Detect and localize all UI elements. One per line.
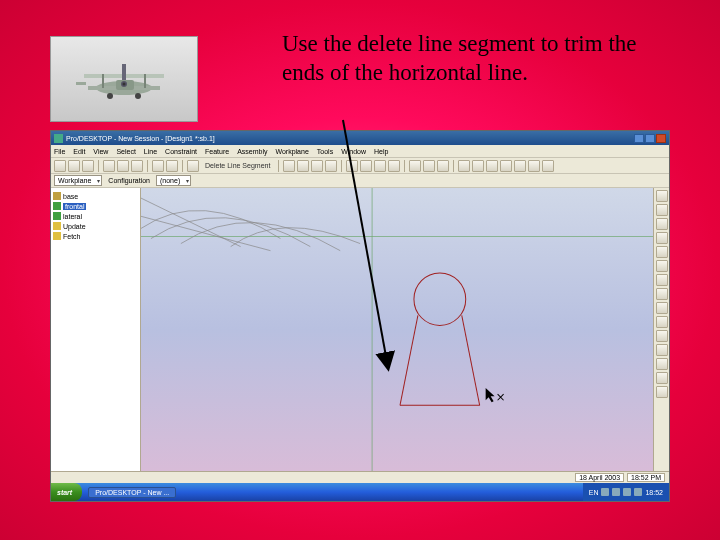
tool-paste[interactable] [131, 160, 143, 172]
tray-icon-2[interactable] [612, 488, 620, 496]
tool-label: Delete Line Segment [205, 162, 270, 169]
slide: Use the delete line segment to trim the … [0, 0, 720, 540]
rtool-4[interactable] [656, 232, 668, 244]
menu-workplane[interactable]: Workplane [275, 148, 308, 155]
tray-lang[interactable]: EN [589, 489, 599, 496]
rtool-14[interactable] [656, 372, 668, 384]
window-controls [634, 134, 666, 143]
right-toolbar [653, 188, 669, 471]
rtool-5[interactable] [656, 246, 668, 258]
menu-help[interactable]: Help [374, 148, 388, 155]
tool-new[interactable] [54, 160, 66, 172]
tool-b6[interactable] [360, 160, 372, 172]
tray-clock: 18:52 [645, 489, 663, 496]
tray-icon-3[interactable] [623, 488, 631, 496]
tool-save[interactable] [82, 160, 94, 172]
tree-node-frontal[interactable]: frontal [53, 201, 138, 211]
system-tray: EN 18:52 [583, 483, 669, 501]
start-button[interactable]: start [51, 483, 82, 501]
cursor-icon [486, 388, 504, 402]
tool-b5[interactable] [346, 160, 358, 172]
tool-b3[interactable] [311, 160, 323, 172]
tool-b1[interactable] [283, 160, 295, 172]
tool-b11[interactable] [437, 160, 449, 172]
tree-node-fetch[interactable]: Fetch [53, 231, 138, 241]
tool-b8[interactable] [388, 160, 400, 172]
tool-b2[interactable] [297, 160, 309, 172]
model-tree: base frontal lateral Update Fetch [51, 188, 141, 471]
tool-b14[interactable] [486, 160, 498, 172]
tool-b4[interactable] [325, 160, 337, 172]
close-button[interactable] [656, 134, 666, 143]
rtool-15[interactable] [656, 386, 668, 398]
menu-line[interactable]: Line [144, 148, 157, 155]
statusbar: 18 April 2003 18:52 PM [51, 471, 669, 483]
tool-undo[interactable] [152, 160, 164, 172]
workarea: base frontal lateral Update Fetch [51, 188, 669, 471]
tray-icon-4[interactable] [634, 488, 642, 496]
rtool-7[interactable] [656, 274, 668, 286]
svg-rect-7 [122, 64, 126, 80]
svg-point-11 [135, 93, 141, 99]
config-label: Configuration [108, 177, 150, 184]
menu-edit[interactable]: Edit [73, 148, 85, 155]
status-time: 18:52 PM [627, 473, 665, 482]
tool-open[interactable] [68, 160, 80, 172]
menu-assembly[interactable]: Assembly [237, 148, 267, 155]
rtool-6[interactable] [656, 260, 668, 272]
rtool-3[interactable] [656, 218, 668, 230]
rtool-10[interactable] [656, 316, 668, 328]
biplane-image [50, 36, 198, 122]
tree-node-base[interactable]: base [53, 191, 138, 201]
tool-b12[interactable] [458, 160, 470, 172]
svg-point-10 [107, 93, 113, 99]
menu-tools[interactable]: Tools [317, 148, 333, 155]
rtool-2[interactable] [656, 204, 668, 216]
menu-window[interactable]: Window [341, 148, 366, 155]
menu-feature[interactable]: Feature [205, 148, 229, 155]
svg-point-16 [414, 273, 466, 326]
rtool-1[interactable] [656, 190, 668, 202]
tool-b13[interactable] [472, 160, 484, 172]
svg-point-8 [123, 83, 126, 86]
instruction-text: Use the delete line segment to trim the … [282, 30, 662, 88]
tool-b17[interactable] [528, 160, 540, 172]
titlebar: Pro/DESKTOP - New Session - [Design1 *:s… [51, 131, 669, 145]
workplane-dropdown[interactable]: Workplane [54, 175, 102, 186]
window-title: Pro/DESKTOP - New Session - [Design1 *:s… [66, 135, 215, 142]
drawing-canvas[interactable] [141, 188, 653, 471]
minimize-button[interactable] [634, 134, 644, 143]
maximize-button[interactable] [645, 134, 655, 143]
tray-icon-1[interactable] [601, 488, 609, 496]
tool-delete-line-segment[interactable] [187, 160, 199, 172]
rtool-12[interactable] [656, 344, 668, 356]
app-screenshot: Pro/DESKTOP - New Session - [Design1 *:s… [50, 130, 670, 502]
menu-view[interactable]: View [93, 148, 108, 155]
menu-file[interactable]: File [54, 148, 65, 155]
rtool-8[interactable] [656, 288, 668, 300]
tool-cut[interactable] [103, 160, 115, 172]
svg-line-18 [462, 315, 480, 405]
tool-copy[interactable] [117, 160, 129, 172]
tool-b16[interactable] [514, 160, 526, 172]
taskbar: start Pro/DESKTOP - New ... EN 18:52 [51, 483, 669, 501]
svg-rect-9 [76, 82, 86, 85]
menu-constraint[interactable]: Constraint [165, 148, 197, 155]
rtool-11[interactable] [656, 330, 668, 342]
tool-b9[interactable] [409, 160, 421, 172]
rtool-13[interactable] [656, 358, 668, 370]
tree-node-lateral[interactable]: lateral [53, 211, 138, 221]
taskbar-item[interactable]: Pro/DESKTOP - New ... [88, 487, 176, 498]
tree-node-update[interactable]: Update [53, 221, 138, 231]
svg-line-14 [141, 198, 241, 247]
config-dropdown[interactable]: (none) [156, 175, 191, 186]
tool-redo[interactable] [166, 160, 178, 172]
tool-b15[interactable] [500, 160, 512, 172]
svg-line-17 [400, 315, 418, 405]
status-date: 18 April 2003 [575, 473, 624, 482]
tool-b10[interactable] [423, 160, 435, 172]
menu-select[interactable]: Select [116, 148, 135, 155]
tool-b18[interactable] [542, 160, 554, 172]
rtool-9[interactable] [656, 302, 668, 314]
tool-b7[interactable] [374, 160, 386, 172]
